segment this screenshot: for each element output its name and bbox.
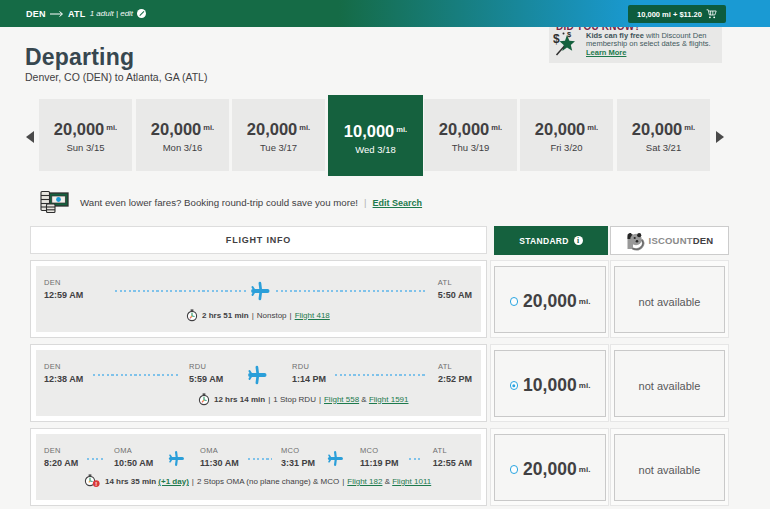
svg-text:$: $ [553,32,560,46]
svg-text:!: ! [95,481,97,487]
